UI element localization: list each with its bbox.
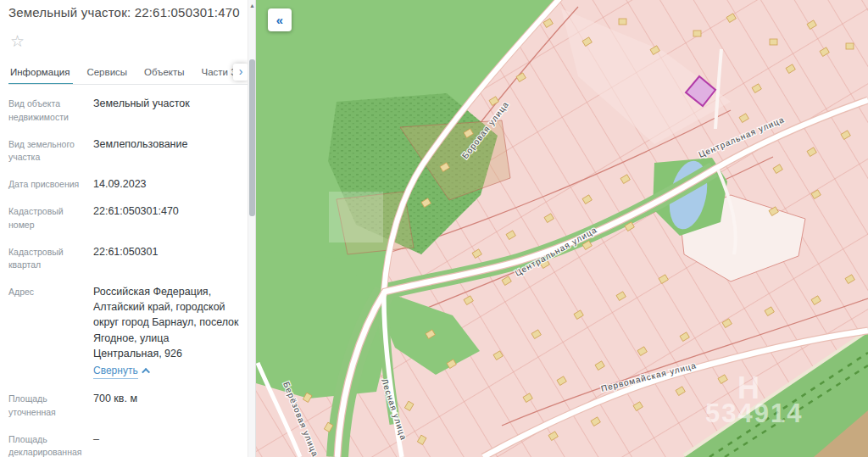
field-row-assign-date: Дата присвоения 14.09.2023 (8, 170, 240, 198)
scroll-up-icon[interactable]: ▲ (249, 3, 255, 9)
collapse-panel-button[interactable]: « (268, 8, 292, 31)
tabs-scroll-right-icon[interactable]: › (233, 64, 248, 81)
field-row-parcel-type: Вид земельного участка Землепользование (8, 131, 240, 171)
field-row-cadastral-number: Кадастровый номер 22:61:050301:470 (8, 198, 240, 238)
scrollbar-thumb[interactable] (249, 59, 255, 216)
address-value: Российская Федерация, Алтайский край, го… (93, 286, 239, 359)
parcel-info-panel: Земельный участок: 22:61:050301:470 ☆ Ин… (0, 0, 256, 457)
cadastral-map-canvas[interactable]: Боровая улица Центральная улица Централь… (256, 0, 868, 457)
field-row-cadastral-block: Кадастровый квартал 22:61:050301 (8, 238, 240, 279)
field-row-area-declared: Площадь декларированная – (8, 426, 240, 457)
field-row-object-type: Вид объекта недвижимости Земельный участ… (8, 90, 240, 131)
map-viewport[interactable]: « (256, 0, 868, 457)
cadastral-map-app: Земельный участок: 22:61:050301:470 ☆ Ин… (0, 0, 868, 457)
panel-title: Земельный участок: 22:61:050301:470 (8, 3, 240, 20)
chevron-up-icon (142, 368, 150, 376)
svg-text:534914: 534914 (705, 398, 803, 428)
field-row-address: Адрес Российская Федерация, Алтайский кр… (8, 278, 240, 385)
tab-information[interactable]: Информация (10, 67, 70, 77)
panel-tabs: Информация Сервисы Объекты Части ЗУ Сост… (8, 59, 255, 85)
tab-objects[interactable]: Объекты (144, 67, 184, 77)
favorite-star-icon[interactable]: ☆ (10, 32, 25, 50)
field-row-area-refined: Площадь уточненная 700 кв. м (8, 385, 240, 426)
tab-services[interactable]: Сервисы (86, 67, 127, 77)
address-collapse-link[interactable]: Свернуть (93, 364, 240, 379)
panel-scrollbar[interactable]: ▲ (248, 0, 255, 457)
field-rows: Вид объекта недвижимости Земельный участ… (8, 85, 240, 457)
